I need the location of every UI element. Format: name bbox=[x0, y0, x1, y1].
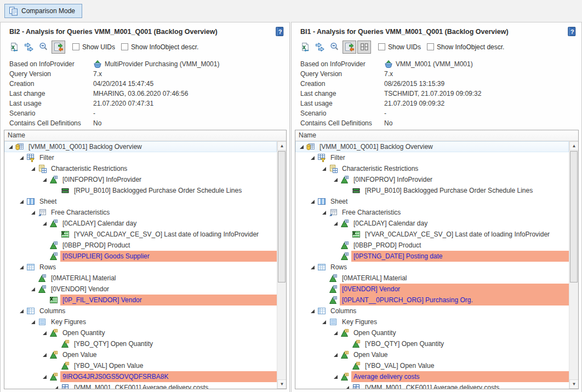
expander-icon[interactable] bbox=[333, 331, 338, 336]
transport-button[interactable] bbox=[313, 41, 327, 54]
expander-icon[interactable] bbox=[322, 166, 327, 171]
zoom-out-button[interactable] bbox=[37, 41, 50, 54]
zoom-out-button[interactable] bbox=[328, 41, 341, 54]
tree-row[interactable]: Filter bbox=[295, 152, 569, 163]
expander-icon[interactable] bbox=[8, 145, 13, 149]
checkbox-box[interactable] bbox=[427, 43, 434, 50]
expander-icon[interactable] bbox=[31, 287, 36, 292]
tree-row[interactable]: [0MATERIAL] Material bbox=[4, 273, 277, 284]
export-excel-button[interactable] bbox=[7, 41, 21, 54]
expander-icon[interactable] bbox=[19, 309, 24, 314]
tree-row[interactable]: [0PLANT__0PURCH_ORG] Purchasing Org. bbox=[295, 295, 569, 305]
tree-row[interactable]: Rows bbox=[4, 262, 277, 273]
checkbox-box[interactable] bbox=[72, 43, 79, 50]
expander-icon[interactable] bbox=[333, 353, 338, 358]
expander-icon[interactable] bbox=[42, 374, 47, 379]
tree-row[interactable]: Key Figures bbox=[295, 316, 569, 327]
scroll-thumb[interactable] bbox=[278, 151, 286, 283]
compare-queries-button[interactable] bbox=[343, 41, 356, 54]
expander-icon[interactable] bbox=[19, 199, 24, 204]
tree-row[interactable]: Filter bbox=[4, 152, 277, 163]
tree-row[interactable]: Characteristic Restrictions bbox=[295, 163, 569, 174]
tree-row[interactable]: Open Value bbox=[295, 349, 569, 360]
expander-icon[interactable] bbox=[333, 374, 338, 379]
scroll-thumb[interactable] bbox=[570, 151, 578, 283]
tree-row[interactable]: Columns bbox=[4, 305, 277, 316]
tree-row[interactable]: Columns bbox=[295, 305, 569, 316]
tree-row[interactable]: [0CALDAY] Calendar day bbox=[295, 218, 569, 229]
tree-row[interactable]: Key Figures bbox=[4, 316, 277, 327]
tree-row[interactable]: [0BBP_PROD] Product bbox=[295, 240, 569, 251]
tree-row[interactable]: [YVAR_0CALDAY_CE_SV_O] Last date of load… bbox=[295, 229, 569, 240]
show-uids-checkbox[interactable]: Show UIDs bbox=[72, 43, 115, 51]
tree-row[interactable]: Sheet bbox=[4, 196, 277, 207]
tree-row[interactable]: [0BBP_PROD] Product bbox=[4, 240, 277, 251]
tree-row[interactable]: [YVAR_0CALDAY_CE_SV_O] Last date of load… bbox=[4, 229, 277, 240]
expander-icon[interactable] bbox=[19, 155, 24, 160]
tree-column-header[interactable]: Name bbox=[4, 130, 286, 141]
tree-row[interactable]: Sheet bbox=[295, 196, 569, 207]
tree-row[interactable]: [0P_FIL_VENDOR] Vendor bbox=[4, 295, 277, 305]
tree-row[interactable]: Rows bbox=[295, 262, 569, 273]
compare-queries-button[interactable] bbox=[52, 41, 65, 54]
expander-icon[interactable] bbox=[31, 320, 36, 325]
tree-row[interactable]: [0INFOPROV] InfoProvider bbox=[4, 174, 277, 185]
expander-icon[interactable] bbox=[333, 177, 338, 182]
expander-icon[interactable] bbox=[19, 265, 24, 270]
vertical-scrollbar[interactable]: ▲▼ bbox=[569, 141, 578, 389]
show-infoobject-descr-checkbox[interactable]: Show InfoObject descr. bbox=[427, 43, 504, 51]
checkbox-box[interactable] bbox=[378, 43, 385, 50]
expander-icon[interactable] bbox=[310, 199, 315, 204]
tree-row[interactable]: Open Quantity bbox=[4, 327, 277, 338]
help-icon[interactable]: ? bbox=[275, 26, 284, 37]
expander-icon[interactable] bbox=[31, 166, 36, 171]
tree-row[interactable]: [0CALDAY] Calendar day bbox=[4, 218, 277, 229]
scroll-up-button[interactable]: ▲ bbox=[569, 141, 579, 151]
scroll-down-button[interactable]: ▼ bbox=[569, 379, 579, 389]
transport-button[interactable] bbox=[22, 41, 36, 54]
expander-icon[interactable] bbox=[42, 221, 47, 226]
tree-row[interactable]: f[VMM_M001_CKF001] Average delivery cost… bbox=[295, 382, 569, 389]
tree-row[interactable]: [VMM_M001_Q001] Backlog Overview bbox=[295, 141, 569, 152]
tree-row[interactable]: Characteristic Restrictions bbox=[4, 163, 277, 174]
expander-icon[interactable] bbox=[31, 210, 36, 215]
expander-icon[interactable] bbox=[42, 353, 47, 358]
expander-icon[interactable] bbox=[345, 385, 350, 389]
tree-row[interactable]: f[VMM_M001_CKF001] Average delivery cost… bbox=[4, 382, 277, 389]
tree-row[interactable]: Average delivery costs bbox=[295, 371, 569, 382]
expander-icon[interactable] bbox=[310, 309, 315, 314]
tree-row[interactable]: [0PSTNG_DATE] Posting date bbox=[295, 251, 569, 262]
tree-row[interactable]: [RPU_B010] Backlogged Purchase Order Sch… bbox=[295, 185, 569, 196]
show-uids-checkbox[interactable]: Show UIDs bbox=[378, 43, 421, 51]
tree-row[interactable]: [RPU_B010] Backlogged Purchase Order Sch… bbox=[4, 185, 277, 196]
expander-icon[interactable] bbox=[42, 177, 47, 182]
tree-row[interactable]: [YBO_VAL] Open Value bbox=[295, 360, 569, 371]
grid-view-button[interactable] bbox=[357, 41, 371, 54]
scroll-up-button[interactable]: ▲ bbox=[277, 141, 287, 151]
comparison-mode-button[interactable]: Comparison Mode bbox=[4, 4, 82, 18]
tree-row[interactable]: [0SUPPLIER] Goods Supplier bbox=[4, 251, 277, 262]
scroll-down-button[interactable]: ▼ bbox=[277, 379, 287, 389]
tree-row[interactable]: Free Characteristics bbox=[295, 207, 569, 218]
tree-row[interactable]: Open Quantity bbox=[295, 327, 569, 338]
vertical-scrollbar[interactable]: ▲▼ bbox=[277, 141, 286, 389]
expander-icon[interactable] bbox=[333, 221, 338, 226]
show-infoobject-descr-checkbox[interactable]: Show InfoObject descr. bbox=[121, 43, 198, 51]
tree-row[interactable]: Free Characteristics bbox=[4, 207, 277, 218]
expander-icon[interactable] bbox=[299, 145, 304, 149]
help-icon[interactable]: ? bbox=[567, 26, 577, 37]
tree-row[interactable]: [0VENDOR] Vendor bbox=[295, 284, 569, 295]
expander-icon[interactable] bbox=[322, 210, 327, 215]
tree-row[interactable]: [0MATERIAL] Material bbox=[295, 273, 569, 284]
tree-row[interactable]: Open Value bbox=[4, 349, 277, 360]
tree-row[interactable]: [0INFOPROV] InfoProvider bbox=[295, 174, 569, 185]
expander-icon[interactable] bbox=[310, 265, 315, 270]
expander-icon[interactable] bbox=[42, 331, 47, 336]
expander-icon[interactable] bbox=[54, 385, 59, 389]
tree-row[interactable]: [YBO_QTY] Open Quantity bbox=[295, 338, 569, 349]
export-excel-button[interactable] bbox=[298, 41, 312, 54]
tree-row[interactable]: [0VENDOR] Vendor bbox=[4, 284, 277, 295]
expander-icon[interactable] bbox=[310, 155, 315, 160]
expander-icon[interactable] bbox=[322, 320, 327, 325]
tree-row[interactable]: 9IROG4JRJS0GS5OVQDFSRBA8K bbox=[4, 371, 277, 382]
